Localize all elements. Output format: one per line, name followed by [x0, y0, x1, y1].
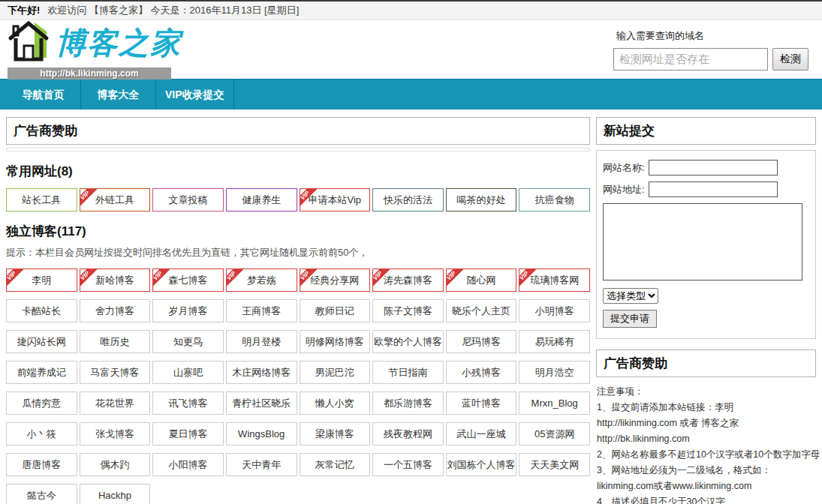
blog-link[interactable]: 小明博客	[519, 299, 590, 322]
blog-link[interactable]: Mrxn_Blog	[519, 392, 590, 415]
blog-link[interactable]: 涛先森博客VIP	[372, 268, 444, 292]
blog-link[interactable]: 晓乐个人主页	[446, 299, 517, 322]
blog-link[interactable]: 武山一座城	[446, 422, 517, 446]
blog-link[interactable]: 天天美文网	[519, 453, 590, 476]
common-site-link[interactable]: 健康养生	[226, 188, 297, 212]
nav-item-2[interactable]: VIP收录提交	[156, 80, 234, 110]
blog-link[interactable]: WingsBlog	[226, 422, 297, 446]
common-site-link[interactable]: 文章投稿	[152, 188, 224, 212]
vip-ribbon: VIP	[446, 268, 464, 289]
blog-link[interactable]: 青柠社区晓乐	[226, 392, 297, 415]
blog-link-label: 男泥巴沱	[315, 366, 354, 380]
common-site-link[interactable]: 喝茶的好处	[446, 188, 517, 212]
common-site-link-label: 快乐的活法	[384, 194, 432, 207]
domain-check-label: 输入需要查询的域名	[616, 29, 808, 43]
blog-link[interactable]: 讯飞博客	[152, 392, 224, 415]
blog-link[interactable]: 琉璃博客网VIP	[519, 268, 590, 292]
blog-link-label: 偶木趵	[100, 458, 129, 472]
sidebar: 新站提交 网站名称: 网站地址: 选择类型 提交申请 广告商赞助 注意事项：1、…	[596, 117, 816, 504]
main-nav: 导航首页博客大全VIP收录提交	[0, 79, 822, 110]
blog-link[interactable]: 山寨吧	[152, 361, 224, 384]
submit-application-button[interactable]: 提交申请	[603, 310, 657, 328]
blog-link[interactable]: 懒人小窝	[300, 392, 371, 415]
blog-link[interactable]: 新哈博客VIP	[80, 268, 151, 292]
blog-link[interactable]: 易玩稀有	[519, 330, 590, 353]
blog-link[interactable]: 男泥巴沱	[300, 361, 371, 384]
blog-link[interactable]: 马富天博客	[80, 361, 151, 384]
blog-link[interactable]: 梦若殇VIP	[226, 268, 297, 292]
main-column: 广告商赞助 常用网址(8) 站长工具外链工具VIP文章投稿健康养生申请本站Vip…	[6, 117, 590, 504]
blog-link-label: 涛先森博客	[384, 274, 432, 287]
common-site-link[interactable]: 抗癌食物	[519, 188, 590, 212]
blog-link[interactable]: 教师日记	[300, 299, 371, 322]
common-site-link[interactable]: 申请本站VipVIP	[300, 188, 371, 212]
nav-item-0[interactable]: 导航首页	[6, 80, 81, 110]
blog-link[interactable]: 节日指南	[372, 361, 444, 384]
blog-link-label: 唐唐博客	[22, 458, 61, 472]
blog-link-label: 都乐游博客	[384, 397, 432, 410]
blog-link[interactable]: 刘国栋个人博客	[446, 453, 517, 476]
blog-link[interactable]: 木庄网络博客	[226, 361, 297, 384]
blog-link[interactable]: 小阳博客	[152, 453, 224, 476]
common-site-link-label: 申请本站Vip	[309, 194, 362, 207]
blog-link[interactable]: 尼玛博客	[446, 330, 517, 353]
blog-link[interactable]: 懿古今	[6, 484, 77, 504]
blog-link[interactable]: 明月浩空	[519, 361, 590, 384]
blog-link[interactable]: 欧擎的个人博客	[372, 330, 444, 353]
blog-link[interactable]: 王商博客	[226, 299, 297, 322]
domain-check-input[interactable]	[613, 48, 768, 70]
blog-link[interactable]: 张戈博客	[80, 422, 151, 446]
blog-link-label: 欧擎的个人博客	[374, 335, 442, 349]
blog-link[interactable]: 陈子文博客	[372, 299, 444, 322]
type-select[interactable]: 选择类型	[603, 288, 658, 304]
blog-link[interactable]: 岁月博客	[152, 299, 224, 322]
site-name-input[interactable]	[649, 160, 778, 176]
blog-link[interactable]: 唯历史	[80, 330, 151, 353]
common-sites-grid: 站长工具外链工具VIP文章投稿健康养生申请本站VipVIP快乐的活法喝茶的好处抗…	[6, 188, 590, 212]
blog-link[interactable]: 知更鸟	[152, 330, 224, 353]
blog-link[interactable]: 卡酷站长	[6, 299, 77, 322]
blog-link[interactable]: 小残博客	[446, 361, 517, 384]
blog-link[interactable]: 花花世界	[80, 392, 151, 415]
blog-link[interactable]: 前端养成记	[6, 361, 77, 384]
blog-link[interactable]: 梁康博客	[300, 422, 371, 446]
blog-link[interactable]: 一个五博客	[372, 453, 444, 476]
common-site-link[interactable]: 站长工具	[6, 188, 77, 212]
blog-link[interactable]: 明修网络博客	[300, 330, 371, 353]
submission-notes: 注意事项：1、提交前请添加本站链接：李明http://likinming.com…	[596, 384, 816, 504]
nav-item-1[interactable]: 博客大全	[81, 80, 156, 110]
blog-link[interactable]: 灰常记忆	[300, 453, 371, 476]
blog-link[interactable]: 残夜教程网	[372, 422, 444, 446]
blog-link[interactable]: 天中青年	[226, 453, 297, 476]
blog-link-label: 新哈博客	[95, 274, 134, 287]
blog-link[interactable]: 蓝叶博客	[446, 392, 517, 415]
blog-link[interactable]: 捷闪站长网	[6, 330, 77, 353]
blog-link[interactable]: Hackhp	[80, 484, 151, 504]
common-site-link[interactable]: 外链工具VIP	[80, 188, 151, 212]
common-site-link-label: 外链工具	[95, 194, 134, 207]
blog-link[interactable]: 夏日博客	[152, 422, 224, 446]
blog-link-label: 蓝叶博客	[462, 397, 501, 410]
blog-link-label: 05资源网	[534, 428, 574, 441]
site-url-input[interactable]	[649, 182, 778, 197]
blog-link-label: 夏日博客	[169, 428, 208, 441]
blog-link[interactable]: 偶木趵	[80, 453, 151, 476]
blog-link[interactable]: 小丶筱	[6, 422, 77, 446]
vip-ribbon: VIP	[6, 268, 24, 289]
site-logo[interactable]: 博客之家 http://bk.likinming.com	[8, 20, 182, 80]
blogs-title: 独立博客(117)	[6, 223, 590, 240]
site-description-textarea[interactable]	[603, 203, 802, 280]
blog-link-label: 明修网络博客	[306, 335, 364, 349]
blog-link[interactable]: 都乐游博客	[372, 392, 444, 415]
blog-link[interactable]: 李明VIP	[6, 268, 77, 292]
blog-link[interactable]: 唐唐博客	[6, 453, 77, 476]
blog-link[interactable]: 明月登楼	[226, 330, 297, 353]
blog-link[interactable]: 05资源网	[519, 422, 590, 446]
blog-link[interactable]: 森七博客VIP	[152, 268, 224, 292]
common-site-link[interactable]: 快乐的活法	[372, 188, 444, 212]
domain-check-button[interactable]: 检测	[772, 48, 808, 70]
blog-link[interactable]: 舍力博客	[80, 299, 151, 322]
blog-link[interactable]: 瓜情穷意	[6, 392, 77, 415]
blog-link[interactable]: 随心网VIP	[446, 268, 517, 292]
blog-link[interactable]: 经典分享网VIP	[300, 268, 371, 292]
